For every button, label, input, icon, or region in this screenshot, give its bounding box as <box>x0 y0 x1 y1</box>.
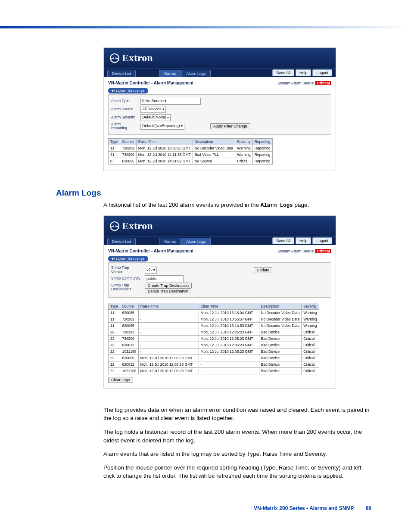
cell-sev: Warning <box>235 151 252 158</box>
tab-device-list[interactable]: Device List <box>107 238 136 245</box>
section-heading: Alarm Logs <box>56 188 371 198</box>
cell-source: 1021158 <box>120 367 138 374</box>
alarm-logs-screenshot: Extron Device List Alarms Alarm Logs Sav… <box>103 215 336 389</box>
cell-type: 22 <box>109 361 120 367</box>
cell-clear: Mon, 12 Jul 2010 12:05:23 GMT <box>199 335 259 342</box>
alarm-type-select[interactable]: 0 No Source <box>140 98 201 105</box>
cell-raise: - <box>138 348 199 355</box>
cell-desc: Bad Device <box>259 355 302 361</box>
col-severity2[interactable]: Severity <box>302 303 319 309</box>
cell-raise: Mon, 12 Jul 2010 13:56:25 GMT <box>136 145 193 151</box>
col-raise[interactable]: Raise Time <box>136 138 193 145</box>
col-desc2[interactable]: Description <box>259 303 302 309</box>
col-desc[interactable]: Description <box>193 138 235 145</box>
tab-alarms[interactable]: Alarms <box>159 238 181 245</box>
page-number: 88 <box>366 505 371 511</box>
paragraph-2: The log holds a historical record of the… <box>103 428 371 445</box>
help-button[interactable]: Help <box>296 69 311 76</box>
paragraph-3: Alarm events that are listed in the log … <box>103 450 371 458</box>
tab-bar2: Device List Alarms Alarm Logs Save All H… <box>104 236 336 245</box>
apply-filter-button[interactable]: Apply Filter Change <box>210 123 250 129</box>
app-header: Extron <box>104 48 336 68</box>
brand2: Extron <box>110 220 330 232</box>
col-raise2[interactable]: Raise Time <box>138 303 199 309</box>
col-source[interactable]: Source <box>120 138 136 145</box>
intro-text-c: page. <box>293 202 309 208</box>
cell-clear: Mon, 12 Jul 2010 12:05:23 GMT <box>199 329 259 335</box>
logout-button[interactable]: Logout <box>312 237 332 244</box>
table-row: 21720200Mon, 12 Jul 2010 14:11:35 GMTBad… <box>109 151 273 158</box>
alarm-logs-table: Type Source Raise Time Clear Time Descri… <box>108 303 319 374</box>
alarm-reporting-select[interactable]: Default(NotReporting) <box>140 123 184 130</box>
system-status2: System Alarm Status: Critical <box>277 249 331 253</box>
cell-sev: Warning <box>302 322 319 329</box>
col-reporting[interactable]: Reporting <box>252 138 272 145</box>
cell-source: 620032 <box>120 342 138 348</box>
cell-type: 11 <box>109 316 120 322</box>
cell-type: 22 <box>109 367 120 374</box>
tab-alarms[interactable]: Alarms <box>159 70 181 77</box>
logout-button[interactable]: Logout <box>312 69 332 76</box>
cell-type: 22 <box>109 355 120 361</box>
delete-trap-button[interactable]: Delete Trap Destination <box>145 288 191 294</box>
alarm-severity-select[interactable]: Default(None) <box>140 114 171 121</box>
filter-settings-toggle[interactable]: ◆Filter Settings <box>108 88 148 93</box>
cell-type: 22 <box>109 348 120 355</box>
cell-sev: Critical <box>302 361 319 367</box>
clear-logs-button[interactable]: Clear Logs <box>108 377 133 383</box>
tab-device-list[interactable]: Device List <box>107 70 136 77</box>
page-footer: VN-Matrix 200 Series • Alarms and SNMP 8… <box>254 505 371 511</box>
snmp-dest-label: Snmp Trap Destinations <box>111 283 140 292</box>
col-source2[interactable]: Source <box>120 303 138 309</box>
snmp-panel: Snmp Trap Version v2c Update Snmp Commun… <box>108 262 331 298</box>
cell-sev: Warning <box>302 316 319 322</box>
cell-raise: Mon, 12 Jul 2010 14:21:02 GMT <box>136 158 193 164</box>
update-button[interactable]: Update <box>254 267 272 273</box>
tab-alarm-logs[interactable]: Alarm Logs <box>181 238 211 245</box>
cell-raise: Mon, 12 Jul 2010 12:05:23 GMT <box>138 367 199 374</box>
snmp-version-select[interactable]: v2c <box>145 267 157 274</box>
help-button[interactable]: Help <box>296 237 311 244</box>
cell-source: 720193 <box>120 329 138 335</box>
col-type2[interactable]: Type <box>109 303 120 309</box>
snmp-community-input[interactable] <box>145 275 184 282</box>
system-status: System Alarm Status: Critical <box>277 81 331 85</box>
cell-clear: - <box>199 367 259 374</box>
intro-text-a: A historical list of the last 200 alarm … <box>103 202 261 208</box>
alarms-screenshot: Extron Device List Alarms Alarm Logs Sav… <box>103 47 336 171</box>
snmp-version-label: Snmp Trap Version <box>111 266 140 274</box>
create-trap-button[interactable]: Create Trap Destination <box>145 283 192 289</box>
col-clear2[interactable]: Clear Time <box>199 303 259 309</box>
table-row: 11620065-Mon, 12 Jul 2010 13:14:53 GMTNo… <box>109 322 319 329</box>
section-intro: A historical list of the last 200 alarm … <box>103 201 371 210</box>
cell-raise: Mon, 12 Jul 2010 12:05:23 GMT <box>138 355 199 361</box>
save-all-button[interactable]: Save All <box>272 237 294 244</box>
cell-raise: - <box>138 309 199 316</box>
page-title2: VN-Matrix Controller - Alarm Management <box>108 249 193 253</box>
cell-desc: No Source <box>193 158 235 164</box>
status-label2: System Alarm Status: <box>277 249 314 253</box>
col-severity[interactable]: Severity <box>235 138 252 145</box>
filter-settings-toggle2[interactable]: ◆Filter Settings <box>108 256 148 261</box>
alarm-source-select[interactable]: All Devices <box>140 106 166 113</box>
col-type[interactable]: Type <box>109 138 120 145</box>
cell-source: 620032 <box>120 361 138 367</box>
cell-clear: Mon, 12 Jul 2010 13:14:53 GMT <box>199 322 259 329</box>
table-row: 22720193-Mon, 12 Jul 2010 12:05:23 GMTBa… <box>109 329 319 335</box>
cell-clear: Mon, 12 Jul 2010 13:55:57 GMT <box>199 316 259 322</box>
cell-clear: Mon, 12 Jul 2010 12:05:23 GMT <box>199 342 259 348</box>
table-row: 11720202Mon, 12 Jul 2010 13:56:25 GMTNo … <box>109 145 273 151</box>
cell-source: 620065 <box>120 355 138 361</box>
cell-rep: Reporting <box>252 158 272 164</box>
brand-text2: Extron <box>122 220 153 232</box>
cell-sev: Critical <box>235 158 252 164</box>
cell-clear: Mon, 12 Jul 2010 13:16:04 GMT <box>199 309 259 316</box>
tab-alarm-logs[interactable]: Alarm Logs <box>181 70 211 77</box>
cell-sev: Critical <box>302 355 319 361</box>
table-row: 221021158Mon, 12 Jul 2010 12:05:23 GMT-B… <box>109 367 319 374</box>
save-all-button[interactable]: Save All <box>272 69 294 76</box>
status-badge2: Critical <box>315 249 331 253</box>
brand-text: Extron <box>122 52 153 64</box>
cell-desc: Bad Device <box>259 342 302 348</box>
cell-desc: Bad Device <box>259 361 302 367</box>
